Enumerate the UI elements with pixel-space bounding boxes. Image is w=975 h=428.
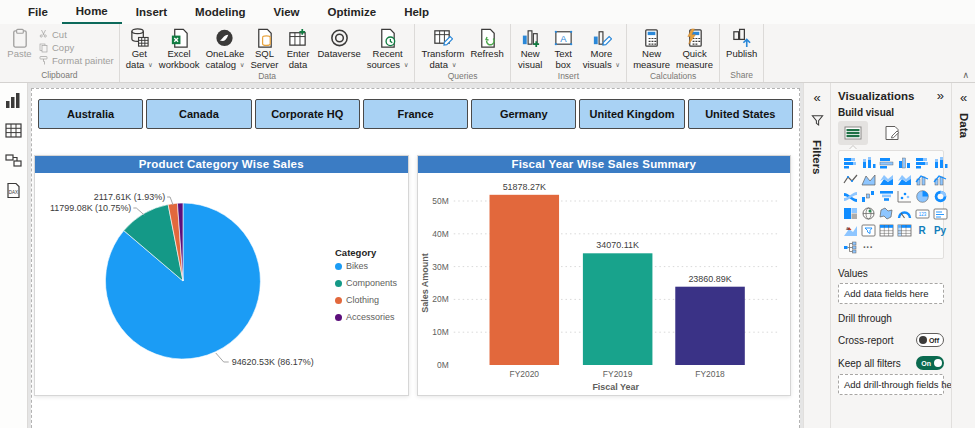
visual-type-donut-chart[interactable] [932, 189, 948, 203]
visual-type-r-script-visual[interactable]: R [914, 223, 930, 237]
svg-text:A: A [560, 33, 567, 44]
copy-button[interactable]: Copy [36, 41, 116, 54]
visual-type-more-visual-options[interactable]: ··· [860, 240, 876, 254]
report-view-icon[interactable] [5, 92, 22, 109]
visual-type-slicer[interactable] [860, 223, 876, 237]
visualizations-pane-title: Visualizations [838, 90, 914, 102]
visual-type-kpi[interactable]: A [842, 223, 858, 237]
onelake-catalog-button[interactable]: OneLakecatalog ∨ [202, 26, 247, 71]
visual-type-multi-row-card[interactable] [932, 206, 948, 220]
slicer-button-germany[interactable]: Germany [471, 99, 576, 129]
slicer-button-france[interactable]: France [363, 99, 468, 129]
visual-type-gauge[interactable] [896, 206, 912, 220]
visual-type-python-visual[interactable]: Py [932, 223, 948, 237]
visual-type-stacked-bar-chart[interactable] [842, 155, 858, 169]
visual-type-clustered-column-chart[interactable] [896, 155, 912, 169]
visual-type-card[interactable]: 123 [914, 206, 930, 220]
visual-type-area-chart[interactable] [860, 172, 876, 186]
table-view-icon[interactable] [5, 122, 22, 139]
collapse-ribbon-icon[interactable]: ∧ [962, 70, 969, 80]
slicer-button-australia[interactable]: Australia [38, 99, 143, 129]
filters-pane-collapsed[interactable]: « Filters [803, 83, 830, 428]
charts-row: Product Category Wise Sales 94620.53K (8… [34, 155, 791, 396]
pie-chart-title: Product Category Wise Sales [35, 156, 408, 173]
filters-pane-label[interactable]: Filters [811, 140, 823, 175]
legend-item-accessories[interactable]: Accessories [335, 312, 397, 322]
visual-type-funnel-chart[interactable] [878, 189, 894, 203]
visual-type-stacked-area-chart[interactable] [878, 172, 894, 186]
expand-filters-icon[interactable]: « [813, 91, 820, 104]
text-box-button[interactable]: ATextbox [547, 26, 580, 71]
ribbon-tab-view[interactable]: View [260, 0, 314, 24]
visual-type-decomposition-tree[interactable] [842, 240, 858, 254]
values-field-well[interactable]: Add data fields here [838, 283, 944, 304]
format-visual-tab[interactable] [877, 121, 907, 145]
build-visual-tab[interactable] [838, 121, 868, 145]
visual-type-line-chart[interactable] [842, 172, 858, 186]
paste-button[interactable]: Paste [3, 26, 36, 61]
visual-type-100-stacked-column-chart[interactable] [932, 155, 948, 169]
keep-all-filters-toggle[interactable]: On [916, 356, 944, 370]
legend-item-bikes[interactable]: Bikes [335, 261, 397, 271]
format-painter-button[interactable]: Format painter [36, 54, 116, 67]
publish-button[interactable]: Publish [723, 26, 760, 61]
data-pane-collapsed[interactable]: « Data [951, 83, 975, 428]
more-visuals-button[interactable]: Morevisuals ∨ [580, 26, 623, 71]
visual-type-map[interactable] [860, 206, 876, 220]
visual-type-matrix[interactable] [896, 223, 912, 237]
dax-query-view-icon[interactable]: DAX [5, 182, 22, 199]
expand-data-icon[interactable]: « [960, 91, 967, 104]
visual-type-line-and-stacked-column-chart[interactable] [914, 172, 930, 186]
visual-type-table[interactable] [878, 223, 894, 237]
drill-through-section-label: Drill through [838, 313, 944, 324]
ribbon-tab-insert[interactable]: Insert [122, 0, 181, 24]
visual-type-treemap[interactable] [842, 206, 858, 220]
refresh-button[interactable]: Refresh [467, 26, 506, 61]
cross-report-toggle[interactable]: Off [916, 333, 944, 347]
svg-text:123: 123 [918, 212, 926, 217]
slicer-button-canada[interactable]: Canada [146, 99, 251, 129]
slicer-button-corporate-hq[interactable]: Corporate HQ [255, 99, 360, 129]
ribbon-tab-modeling[interactable]: Modeling [181, 0, 259, 24]
bar-chart-plot: 0M10M20M30M40M50M51878.27KFY202034070.11… [418, 173, 791, 396]
legend-item-components[interactable]: Components [335, 278, 397, 288]
ribbon-tab-help[interactable]: Help [390, 0, 443, 24]
visual-type-100-stacked-bar-chart[interactable] [914, 155, 930, 169]
collapse-visualizations-icon[interactable]: » [937, 89, 944, 102]
new-visual-button[interactable]: Newvisual [514, 26, 547, 71]
sql-server-button[interactable]: SQLServer [248, 26, 282, 71]
visual-type-stacked-column-chart[interactable] [860, 155, 876, 169]
ribbon-tab-optimize[interactable]: Optimize [314, 0, 391, 24]
pie-chart-visual[interactable]: Product Category Wise Sales 94620.53K (8… [34, 155, 409, 396]
ribbon-tab-file[interactable]: File [14, 0, 62, 24]
model-view-icon[interactable] [5, 152, 22, 169]
visual-type-waterfall-chart[interactable] [860, 189, 876, 203]
recent-sources-button[interactable]: Recentsources ∨ [364, 26, 412, 71]
get-data-button[interactable]: Getdata ∨ [123, 26, 156, 71]
ribbon-group-label: Clipboard [3, 70, 116, 82]
svg-text:23860.89K: 23860.89K [688, 274, 731, 284]
slicer-button-united-kingdom[interactable]: United Kingdom [579, 99, 684, 129]
data-pane-label[interactable]: Data [958, 113, 970, 138]
slicer-button-united-states[interactable]: United States [688, 99, 793, 129]
excel-workbook-button[interactable]: Excelworkbook [156, 26, 203, 71]
dataverse-button[interactable]: Dataverse [314, 26, 363, 61]
cut-button[interactable]: Cut [36, 28, 116, 41]
ribbon-group-calculations: NewmeasureQuickmeasureCalculations [627, 24, 720, 82]
report-page[interactable]: AustraliaCanadaCorporate HQFranceGermany… [31, 88, 800, 428]
visual-type-100-stacked-area-chart[interactable] [896, 172, 912, 186]
enter-data-button[interactable]: Enterdata [281, 26, 314, 71]
visual-type-filled-map[interactable] [878, 206, 894, 220]
visual-type-ribbon-chart[interactable] [842, 189, 858, 203]
visual-type-scatter-chart[interactable] [896, 189, 912, 203]
bar-chart-visual[interactable]: Fiscal Year Wise Sales Summary 0M10M20M3… [417, 155, 792, 396]
visual-type-clustered-bar-chart[interactable] [878, 155, 894, 169]
transform-data-button[interactable]: Transformdata ∨ [418, 26, 467, 71]
legend-item-clothing[interactable]: Clothing [335, 295, 397, 305]
visual-type-pie-chart[interactable] [914, 189, 930, 203]
visual-type-line-and-clustered-column-chart[interactable] [932, 172, 948, 186]
quick-measure-button[interactable]: Quickmeasure [673, 26, 716, 71]
drill-through-field-well[interactable]: Add drill-through fields here [838, 374, 944, 395]
ribbon-tab-home[interactable]: Home [62, 0, 122, 24]
new-measure-button[interactable]: Newmeasure [630, 26, 673, 71]
